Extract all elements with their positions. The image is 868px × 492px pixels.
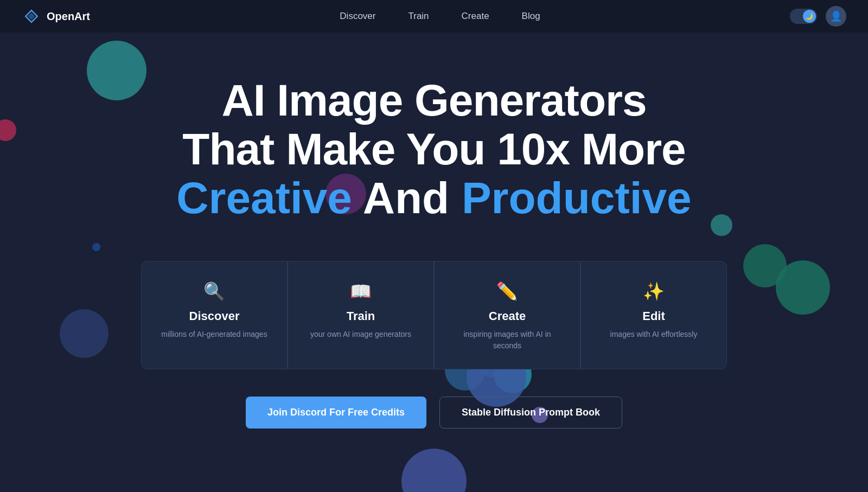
hero-productive: Productive <box>462 173 692 222</box>
main-content: AI Image Generators That Make You 10x Mo… <box>0 0 868 492</box>
create-desc: inspiring images with AI in seconds <box>451 329 564 352</box>
bottom-decoration <box>401 449 467 492</box>
train-title: Train <box>304 309 417 323</box>
stable-diffusion-button[interactable]: Stable Diffusion Prompt Book <box>439 397 622 429</box>
logo[interactable]: OpenArt <box>22 7 90 26</box>
create-title: Create <box>451 309 564 323</box>
hero-title-line2: That Make You 10x More <box>176 125 691 174</box>
theme-toggle[interactable]: 🌙 <box>790 9 817 24</box>
create-icon: ✏️ <box>451 281 564 302</box>
nav-create[interactable]: Create <box>462 11 489 22</box>
logo-text: OpenArt <box>47 10 90 23</box>
discover-desc: millions of AI-generated images <box>158 329 271 340</box>
discover-title: Discover <box>158 309 271 323</box>
card-train[interactable]: 📖 Train your own AI image generators <box>288 261 434 369</box>
hero-and-word: And <box>363 173 449 222</box>
card-edit[interactable]: ✨ Edit images with AI effortlessly <box>580 261 727 369</box>
nav-train[interactable]: Train <box>408 11 429 22</box>
train-desc: your own AI image generators <box>304 329 417 340</box>
discord-button[interactable]: Join Discord For Free Credits <box>246 397 426 429</box>
avatar[interactable]: 👤 <box>826 6 846 27</box>
card-create[interactable]: ✏️ Create inspiring images with AI in se… <box>434 261 580 369</box>
hero-section: AI Image Generators That Make You 10x Mo… <box>155 33 713 245</box>
hero-title-line3: Creative And Productive <box>176 174 691 222</box>
nav-blog[interactable]: Blog <box>522 11 540 22</box>
nav-links: Discover Train Create Blog <box>340 11 540 22</box>
card-discover[interactable]: 🔍 Discover millions of AI-generated imag… <box>141 261 288 369</box>
feature-cards: 🔍 Discover millions of AI-generated imag… <box>141 261 727 369</box>
edit-desc: images with AI effortlessly <box>597 329 710 340</box>
edit-title: Edit <box>597 309 710 323</box>
nav-discover[interactable]: Discover <box>340 11 375 22</box>
edit-icon: ✨ <box>597 281 710 302</box>
theme-toggle-knob: 🌙 <box>803 10 816 23</box>
hero-and <box>352 173 363 222</box>
train-icon: 📖 <box>304 281 417 302</box>
hero-creative: Creative <box>176 173 352 222</box>
hero-space2 <box>449 173 462 222</box>
cta-row: Join Discord For Free Credits Stable Dif… <box>246 397 622 429</box>
navbar: OpenArt Discover Train Create Blog 🌙 👤 <box>0 0 868 33</box>
hero-title-line1: AI Image Generators <box>176 76 691 125</box>
nav-right: 🌙 👤 <box>790 6 846 27</box>
discover-icon: 🔍 <box>158 281 271 302</box>
